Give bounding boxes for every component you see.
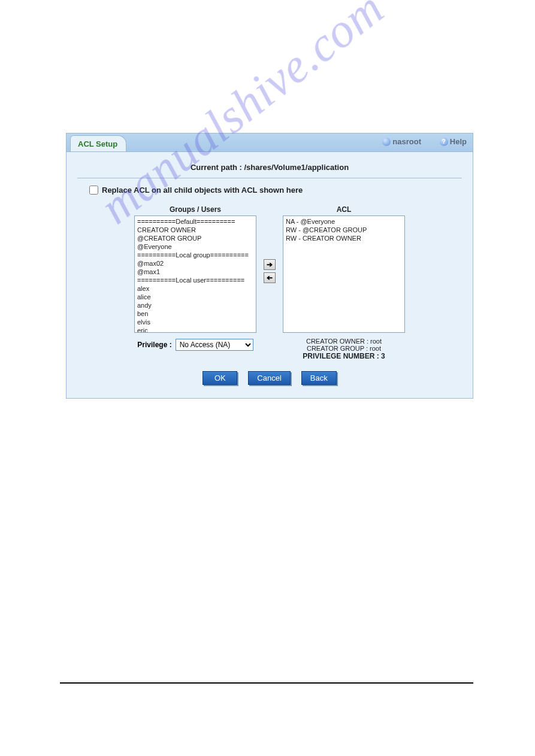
user-link[interactable]: nasroot bbox=[382, 137, 421, 146]
creator-owner-line: CREATOR OWNER : root bbox=[283, 338, 405, 345]
tab-acl-setup[interactable]: ACL Setup bbox=[70, 135, 126, 151]
help-link[interactable]: ? Help bbox=[440, 137, 467, 146]
list-item[interactable]: alice bbox=[136, 293, 255, 301]
list-item[interactable]: ben bbox=[136, 309, 255, 318]
groups-users-listbox[interactable]: ==========Default==========CREATOR OWNER… bbox=[134, 215, 256, 333]
list-item[interactable]: @max02 bbox=[136, 259, 255, 268]
privilege-number-line: PRIVILEGE NUMBER : 3 bbox=[283, 352, 405, 360]
acl-header: ACL bbox=[337, 205, 352, 214]
privilege-label: Privilege : bbox=[137, 341, 171, 349]
list-item[interactable]: elvis bbox=[136, 318, 255, 326]
list-item[interactable]: alex bbox=[136, 284, 255, 293]
list-item[interactable]: @Everyone bbox=[136, 242, 255, 251]
dual-list: Groups / Users ==========Default========… bbox=[77, 205, 462, 360]
list-item[interactable]: RW - CREATOR OWNER bbox=[285, 234, 403, 242]
transfer-arrows: ➔ ➔ bbox=[264, 259, 276, 283]
user-link-label: nasroot bbox=[392, 137, 421, 146]
list-item[interactable]: NA - @Everyone bbox=[285, 217, 403, 226]
move-right-button[interactable]: ➔ bbox=[264, 259, 276, 270]
list-item[interactable]: ==========Local user========== bbox=[136, 276, 255, 284]
list-item[interactable]: @max1 bbox=[136, 268, 255, 276]
list-item[interactable]: CREATOR OWNER bbox=[136, 226, 255, 234]
titlebar: ACL Setup nasroot ? Help bbox=[67, 133, 473, 151]
acl-column: ACL NA - @EveryoneRW - @CREATOR GROUPRW … bbox=[283, 205, 405, 360]
acl-setup-window: ACL Setup nasroot ? Help Current path : … bbox=[66, 133, 473, 399]
current-path: Current path : /shares/Volume1/applicati… bbox=[77, 163, 462, 178]
footer-rule bbox=[60, 682, 473, 684]
groups-users-header: Groups / Users bbox=[170, 205, 221, 214]
move-left-button[interactable]: ➔ bbox=[264, 272, 276, 283]
ok-button[interactable]: OK bbox=[202, 371, 237, 385]
help-link-label: Help bbox=[450, 137, 467, 146]
privilege-select[interactable]: No Access (NA) bbox=[176, 339, 253, 351]
replace-acl-label: Replace ACL on all child objects with AC… bbox=[102, 186, 303, 195]
dialog-buttons: OK Cancel Back bbox=[77, 371, 462, 385]
acl-info: CREATOR OWNER : root CREATOR GROUP : roo… bbox=[283, 338, 405, 360]
list-item[interactable]: RW - @CREATOR GROUP bbox=[285, 226, 403, 234]
list-item[interactable]: ==========Local group========== bbox=[136, 251, 255, 259]
cancel-button[interactable]: Cancel bbox=[248, 371, 290, 385]
replace-acl-row: Replace ACL on all child objects with AC… bbox=[89, 186, 462, 195]
help-icon: ? bbox=[440, 138, 448, 146]
creator-group-line: CREATOR GROUP : root bbox=[283, 345, 405, 352]
list-item[interactable]: andy bbox=[136, 301, 255, 309]
back-button[interactable]: Back bbox=[301, 371, 337, 385]
list-item[interactable]: eric bbox=[136, 326, 255, 333]
list-item[interactable]: ==========Default========== bbox=[136, 217, 255, 226]
groups-users-column: Groups / Users ==========Default========… bbox=[134, 205, 256, 351]
panel-body: Current path : /shares/Volume1/applicati… bbox=[67, 151, 473, 398]
replace-acl-checkbox[interactable] bbox=[89, 186, 98, 195]
list-item[interactable]: @CREATOR GROUP bbox=[136, 234, 255, 242]
user-icon bbox=[382, 138, 391, 146]
acl-listbox[interactable]: NA - @EveryoneRW - @CREATOR GROUPRW - CR… bbox=[283, 215, 405, 333]
